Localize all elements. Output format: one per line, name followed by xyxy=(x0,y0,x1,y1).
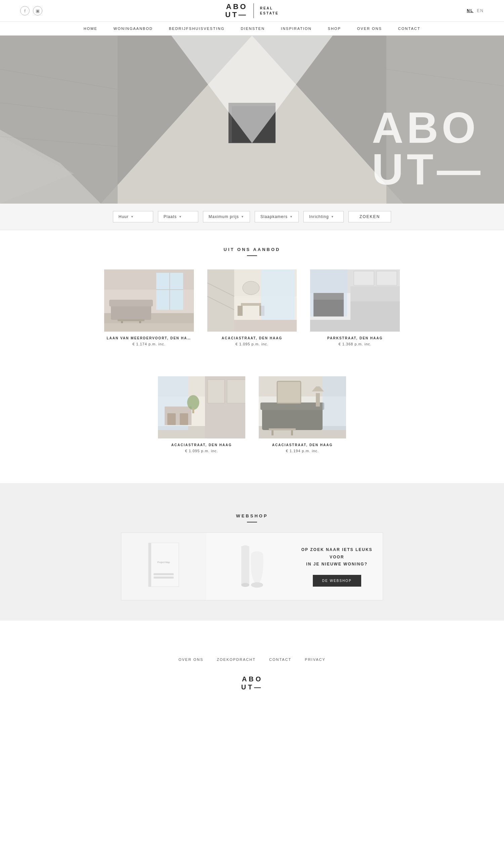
svg-rect-66 xyxy=(271,430,273,435)
listing-price-1: € 1.174 p.m. inc. xyxy=(104,342,194,346)
footer-nav: OVER ONS ZOEKOPDRACHT CONTACT PRIVACY xyxy=(0,641,504,668)
listing-name-2: ACACIASTRAAT, DEN HAAG xyxy=(207,336,297,340)
listing-image-3 xyxy=(310,269,400,331)
listing-name-4: ACACIASTRAAT, DEN HAAG xyxy=(158,443,245,447)
hero-background: ABO UT— xyxy=(0,36,504,204)
webshop-item-1[interactable]: Project Map xyxy=(121,533,206,600)
webshop-button[interactable]: DE WEBSHOP xyxy=(313,575,361,587)
svg-rect-73 xyxy=(148,543,179,587)
filter-max-prijs[interactable]: Maximum prijs ▼ xyxy=(203,211,250,222)
filter-huur[interactable]: Huur ▼ xyxy=(113,211,153,222)
footer-link-zoekopdracht[interactable]: ZOEKOPDRACHT xyxy=(217,657,256,662)
nav-contact[interactable]: CONTACT xyxy=(398,26,420,31)
svg-rect-70 xyxy=(316,393,320,407)
listing-name-5: ACACIASTRAAT, DEN HAAG xyxy=(259,443,346,447)
listing-name-1: LAAN VAN MEERDERVOORT, DEN HA… xyxy=(104,336,194,340)
nav-inspiration[interactable]: INSPIRATION xyxy=(281,26,311,31)
nav-bedrijfshuisvesting[interactable]: BEDRIJFSHUISVESTING xyxy=(169,26,225,31)
top-bar: f ▣ ABO UT— REAL ESTATE NL EN xyxy=(0,0,504,21)
svg-point-82 xyxy=(251,582,263,588)
instagram-icon[interactable]: ▣ xyxy=(33,6,42,16)
svg-rect-57 xyxy=(227,380,245,403)
nav-over-ons[interactable]: OVER ONS xyxy=(357,26,382,31)
logo-text-line1: ABO xyxy=(225,3,247,11)
listing-price-2: € 1.095 p.m. inc. xyxy=(207,342,297,346)
listing-card-2[interactable]: ACACIASTRAAT, DEN HAAG € 1.095 p.m. inc. xyxy=(201,266,304,356)
svg-rect-53 xyxy=(167,413,176,425)
svg-rect-39 xyxy=(310,320,400,331)
social-icons: f ▣ xyxy=(20,6,42,16)
svg-rect-42 xyxy=(354,271,374,285)
svg-marker-29 xyxy=(207,269,234,331)
svg-rect-9 xyxy=(232,106,275,142)
logo-text-line2: UT— xyxy=(225,11,247,19)
svg-rect-25 xyxy=(104,323,194,331)
svg-rect-18 xyxy=(109,300,153,306)
listing-image-5 xyxy=(259,376,346,438)
footer-logo-line2: UT— xyxy=(241,683,263,691)
footer-logo[interactable]: ABO UT— xyxy=(0,668,504,708)
filter-plaats[interactable]: Plaats ▼ xyxy=(158,211,198,222)
listing-card-1[interactable]: LAAN VAN MEERDERVOORT, DEN HA… € 1.174 p… xyxy=(97,266,201,356)
svg-rect-56 xyxy=(208,380,224,403)
lang-en[interactable]: EN xyxy=(477,8,484,13)
webshop-grid: Project Map xyxy=(121,533,383,600)
svg-rect-22 xyxy=(118,319,144,321)
nav-home[interactable]: HOME xyxy=(84,26,97,31)
svg-text:Project Map: Project Map xyxy=(158,561,170,564)
listing-card-3[interactable]: PARKSTRAAT, DEN HAAG € 1.368 p.m. inc. xyxy=(303,266,407,356)
chevron-down-icon: ▼ xyxy=(331,215,334,218)
hero-banner: ABO UT— xyxy=(0,36,504,204)
nav-woningaanbod[interactable]: WONINGAANBOD xyxy=(113,26,153,31)
filter-slaapkamers[interactable]: Slaapkamers ▼ xyxy=(255,211,299,222)
chevron-down-icon: ▼ xyxy=(290,215,293,218)
listings-grid-top: LAAN VAN MEERDERVOORT, DEN HA… € 1.174 p… xyxy=(91,266,413,356)
logo[interactable]: ABO UT— REAL ESTATE xyxy=(225,3,278,19)
svg-rect-67 xyxy=(291,430,293,435)
svg-rect-43 xyxy=(377,271,397,285)
svg-rect-44 xyxy=(350,301,400,320)
svg-point-80 xyxy=(241,583,249,587)
listing-price-3: € 1.368 p.m. inc. xyxy=(310,342,400,346)
svg-rect-54 xyxy=(180,413,188,425)
svg-rect-76 xyxy=(154,573,174,575)
main-nav: HOME WONINGAANBOD BEDRIJFSHUISVESTING DI… xyxy=(0,21,504,36)
svg-rect-69 xyxy=(277,381,301,403)
footer-link-over-ons[interactable]: OVER ONS xyxy=(178,657,203,662)
chevron-down-icon: ▼ xyxy=(241,215,244,218)
nav-shop[interactable]: SHOP xyxy=(328,26,341,31)
webshop-section: WEBSHOP Project Map xyxy=(0,483,504,620)
filter-inrichting[interactable]: Inrichting ▼ xyxy=(303,211,344,222)
listing-card-5[interactable]: ACACIASTRAAT, DEN HAAG € 1.194 p.m. inc. xyxy=(252,373,353,463)
nav-diensten[interactable]: DIENSTEN xyxy=(240,26,265,31)
listing-price-4: € 1.095 p.m. inc. xyxy=(158,449,245,453)
listing-card-4[interactable]: ACACIASTRAAT, DEN HAAG € 1.095 p.m. inc. xyxy=(151,373,252,463)
search-bar: Huur ▼ Plaats ▼ Maximum prijs ▼ Slaapkam… xyxy=(0,204,504,230)
svg-point-58 xyxy=(187,395,199,410)
footer-logo-line1: ABO xyxy=(241,675,263,683)
svg-rect-77 xyxy=(154,577,174,579)
webshop-cta-text: OP ZOEK NAAR IETS LEUKS VOOR IN JE NIEUW… xyxy=(301,546,373,568)
lang-nl[interactable]: NL xyxy=(467,8,473,13)
webshop-section-title: WEBSHOP xyxy=(0,497,504,533)
svg-rect-32 xyxy=(241,303,261,306)
svg-rect-33 xyxy=(237,306,242,316)
svg-rect-47 xyxy=(313,293,344,300)
svg-rect-59 xyxy=(192,408,194,413)
footer-link-privacy[interactable]: PRIVACY xyxy=(305,657,325,662)
listing-image-2 xyxy=(207,269,297,331)
svg-rect-65 xyxy=(269,428,296,430)
listings-section-title: UIT ONS AANBOD xyxy=(0,230,504,266)
listing-image-4 xyxy=(158,376,245,438)
listing-image-1 xyxy=(104,269,194,331)
svg-rect-68 xyxy=(323,376,346,430)
svg-rect-63 xyxy=(262,407,323,430)
webshop-item-2[interactable] xyxy=(206,533,291,600)
search-button[interactable]: ZOEKEN xyxy=(348,211,391,222)
footer-link-contact[interactable]: CONTACT xyxy=(269,657,291,662)
facebook-icon[interactable]: f xyxy=(20,6,30,16)
logo-divider xyxy=(254,3,254,18)
logo-sub1: REAL xyxy=(260,6,279,11)
svg-rect-79 xyxy=(241,546,249,585)
listing-name-3: PARKSTRAAT, DEN HAAG xyxy=(310,336,400,340)
